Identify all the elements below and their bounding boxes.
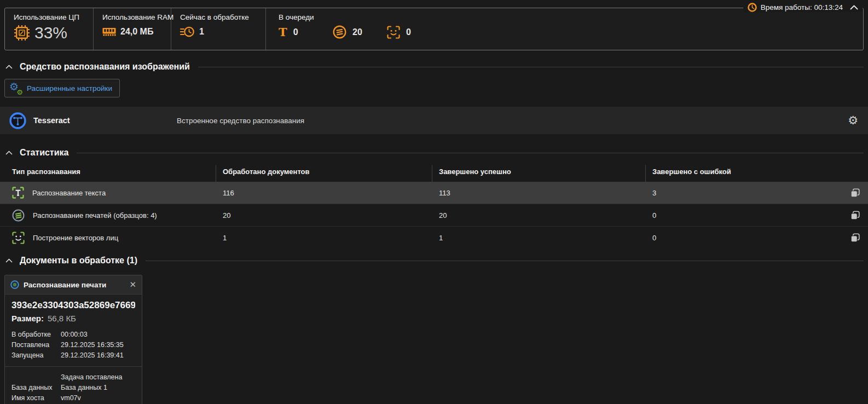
advanced-settings-label: Расширенные настройки: [27, 84, 112, 93]
uptime-text: Время работы: 00:13:24: [761, 3, 843, 11]
row-processed-value: 20: [216, 211, 432, 220]
stamp-recognition-icon: [12, 209, 25, 222]
copy-row-button[interactable]: [850, 233, 860, 243]
document-size-row: Размер:56,8 КБ: [11, 314, 135, 323]
card-timing-details: В обработке 00:00:03 Поставлена 29.12.20…: [11, 330, 135, 361]
row-success-value: 113: [432, 189, 646, 197]
in-processing-value: 1: [199, 27, 204, 37]
statistics-section-header: Статистика: [5, 148, 864, 158]
card-title: Распознавание печати: [24, 281, 106, 289]
stamp-recognition-queue-icon: [333, 25, 346, 39]
card-divider: [5, 366, 142, 367]
queue-stamp-item: 20: [333, 25, 387, 39]
cpu-usage-cell: Использование ЦП 33%: [5, 8, 94, 50]
chevron-up-icon: [5, 258, 13, 263]
size-value: 56,8 КБ: [48, 314, 76, 323]
engine-settings-gear-icon[interactable]: ⚙: [848, 115, 858, 126]
recognizer-collapse-button[interactable]: [5, 65, 13, 69]
card-header: Распознавание печати ✕: [5, 275, 142, 295]
processing-section-title: Документы в обработке (1): [20, 256, 137, 266]
engine-name: Tesseract: [33, 116, 177, 125]
column-header-failed: Завершено с ошибкой: [646, 165, 868, 182]
row-processed-value: 116: [216, 189, 432, 197]
ram-usage-value: 24,0 МБ: [120, 27, 153, 37]
copy-row-button[interactable]: [850, 188, 860, 198]
chevron-up-icon: [850, 5, 858, 10]
copy-icon: [850, 188, 860, 198]
text-recognition-icon: [12, 187, 24, 199]
panel-collapse-button[interactable]: [850, 5, 858, 10]
cpu-usage-label: Использование ЦП: [14, 13, 93, 21]
document-name: 393e2e3304303a52869e766988...: [11, 300, 135, 311]
table-row-face-vectors[interactable]: Построение векторов лиц 1 1 0: [0, 227, 868, 249]
row-processed-value: 1: [216, 234, 432, 242]
statistics-table: Тип распознавания Обработано документов …: [0, 165, 868, 249]
row-success-value: 20: [432, 211, 646, 220]
stamp-status-icon: [10, 280, 19, 289]
section-divider: [146, 261, 864, 261]
processing-document-card: Распознавание печати ✕ 393e2e3304303a528…: [4, 275, 142, 404]
face-vectors-icon: [12, 232, 25, 244]
detail-row: Поставлена 29.12.2025 16:35:35: [11, 340, 135, 350]
card-source-details: Задача поставлена База данных База данны…: [11, 372, 135, 403]
card-body: 393e2e3304303a52869e766988... Размер:56,…: [5, 295, 142, 404]
engine-row: Tesseract Встроенное средство распознава…: [0, 107, 868, 134]
ram-usage-cell: Использование RAM 2: [94, 8, 171, 50]
row-success-value: 1: [432, 234, 646, 242]
column-header-processed: Обработано документов: [216, 165, 432, 182]
detail-row: Запущена 29.12.2025 16:39:41: [11, 350, 135, 361]
statistics-section-title: Статистика: [20, 148, 68, 158]
column-header-success: Завершено успешно: [432, 165, 646, 182]
advanced-settings-button[interactable]: ⚙ ⚙ Расширенные настройки: [4, 79, 120, 97]
cpu-usage-value: 33%: [34, 24, 67, 42]
tesseract-logo-icon: [9, 112, 27, 130]
status-panel-wrap: Время работы: 00:13:24 Использование ЦП: [4, 8, 864, 50]
engine-description: Встроенное средство распознавания: [177, 117, 304, 125]
copy-row-button[interactable]: [850, 211, 860, 220]
row-failed-value: 0: [652, 234, 656, 242]
detail-row: Имя хоста vm07v: [11, 393, 135, 403]
queue-stamp-count: 20: [352, 27, 362, 37]
settings-gears-icon: ⚙ ⚙: [10, 82, 22, 94]
row-failed-value: 3: [652, 189, 656, 197]
table-row-text-recognition[interactable]: Распознавание текста 116 113 3: [0, 182, 868, 204]
copy-icon: [850, 233, 860, 243]
row-type-label: Распознавание печатей (образцов: 4): [33, 211, 157, 220]
queue-text-item: T 0: [279, 26, 333, 38]
copy-icon: [850, 211, 860, 220]
ram-icon: [102, 27, 116, 36]
ram-usage-label: Использование RAM: [102, 13, 171, 21]
row-failed-value: 0: [652, 211, 656, 220]
app-root: Время работы: 00:13:24 Использование ЦП: [0, 8, 868, 404]
processing-collapse-button[interactable]: [5, 258, 13, 263]
queue-face-item: 0: [387, 26, 441, 39]
uptime: Время работы: 00:13:24: [743, 3, 863, 12]
face-vectors-queue-icon: [387, 26, 400, 39]
status-panel: Использование ЦП 33%: [4, 8, 864, 50]
queue-text-count: 0: [293, 27, 298, 37]
detail-row: Задача поставлена: [11, 372, 135, 383]
row-type-label: Построение векторов лиц: [33, 234, 118, 242]
queue-label: В очереди: [279, 13, 863, 21]
statistics-collapse-button[interactable]: [5, 151, 13, 155]
in-processing-cell: Сейчас в обработке 1: [171, 8, 266, 50]
table-row-stamp-recognition[interactable]: Распознавание печатей (образцов: 4) 20 2…: [0, 204, 868, 227]
queue-cell: В очереди T 0: [266, 8, 863, 50]
cpu-icon: [14, 25, 30, 41]
chevron-up-icon: [5, 65, 13, 69]
text-recognition-queue-icon: T: [279, 26, 287, 38]
in-processing-label: Сейчас в обработке: [180, 13, 265, 21]
recognizer-section-header: Средство распознавания изображений: [5, 62, 864, 72]
fast-clock-icon: [180, 26, 195, 38]
column-header-type: Тип распознавания: [0, 165, 216, 182]
statistics-table-header: Тип распознавания Обработано документов …: [0, 165, 868, 182]
detail-row: База данных База данных 1: [11, 383, 135, 393]
processing-section-header: Документы в обработке (1): [5, 256, 864, 266]
chevron-up-icon: [5, 151, 13, 155]
queue-face-count: 0: [406, 27, 411, 37]
recognizer-section-title: Средство распознавания изображений: [20, 62, 190, 72]
section-divider: [198, 67, 864, 67]
size-label: Размер:: [11, 314, 44, 323]
card-close-icon[interactable]: ✕: [129, 280, 136, 290]
uptime-clock-icon: [748, 3, 757, 12]
